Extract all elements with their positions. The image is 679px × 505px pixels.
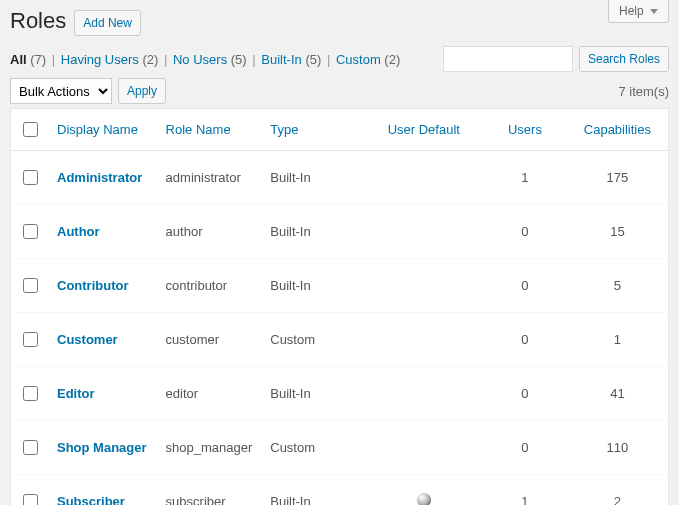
filter-no-count: (5) bbox=[231, 52, 247, 67]
help-label: Help bbox=[619, 4, 644, 18]
row-checkbox[interactable] bbox=[23, 170, 38, 185]
role-type-cell: Built-In bbox=[262, 367, 364, 421]
role-name-cell: subscriber bbox=[158, 475, 263, 506]
role-display-link[interactable]: Customer bbox=[57, 332, 118, 347]
users-cell: 0 bbox=[483, 259, 567, 313]
filter-having-count: (2) bbox=[142, 52, 158, 67]
row-checkbox[interactable] bbox=[23, 494, 38, 505]
col-user-default[interactable]: User Default bbox=[365, 109, 484, 151]
table-row: AuthorauthorBuilt-In015 bbox=[11, 205, 669, 259]
role-type-cell: Custom bbox=[262, 421, 364, 475]
filter-all-count: (7) bbox=[30, 52, 46, 67]
bulk-actions-select[interactable]: Bulk Actions bbox=[10, 78, 112, 104]
col-display-name[interactable]: Display Name bbox=[49, 109, 158, 151]
caps-cell: 15 bbox=[567, 205, 669, 259]
table-row: CustomercustomerCustom01 bbox=[11, 313, 669, 367]
role-type-cell: Built-In bbox=[262, 205, 364, 259]
caps-cell: 2 bbox=[567, 475, 669, 506]
table-row: EditoreditorBuilt-In041 bbox=[11, 367, 669, 421]
roles-table: Display Name Role Name Type User Default… bbox=[10, 108, 669, 505]
add-new-button[interactable]: Add New bbox=[74, 10, 141, 36]
col-users[interactable]: Users bbox=[483, 109, 567, 151]
filter-builtin-count: (5) bbox=[305, 52, 321, 67]
filter-custom-count: (2) bbox=[384, 52, 400, 67]
caps-cell: 110 bbox=[567, 421, 669, 475]
role-name-cell: customer bbox=[158, 313, 263, 367]
caps-cell: 5 bbox=[567, 259, 669, 313]
role-name-cell: contributor bbox=[158, 259, 263, 313]
col-role-name[interactable]: Role Name bbox=[158, 109, 263, 151]
user-default-cell bbox=[365, 367, 484, 421]
chevron-down-icon bbox=[650, 9, 658, 14]
users-cell: 0 bbox=[483, 367, 567, 421]
col-type[interactable]: Type bbox=[262, 109, 364, 151]
row-checkbox[interactable] bbox=[23, 440, 38, 455]
user-default-cell bbox=[365, 421, 484, 475]
filter-no-users[interactable]: No Users bbox=[173, 52, 227, 67]
items-count: 7 item(s) bbox=[618, 84, 669, 99]
user-default-cell bbox=[365, 259, 484, 313]
filter-custom[interactable]: Custom bbox=[336, 52, 381, 67]
role-name-cell: author bbox=[158, 205, 263, 259]
search-input[interactable] bbox=[443, 46, 573, 72]
user-default-cell bbox=[365, 205, 484, 259]
role-display-link[interactable]: Administrator bbox=[57, 170, 142, 185]
filter-builtin[interactable]: Built-In bbox=[261, 52, 301, 67]
caps-cell: 1 bbox=[567, 313, 669, 367]
role-display-link[interactable]: Subscriber bbox=[57, 494, 125, 505]
role-display-link[interactable]: Author bbox=[57, 224, 100, 239]
role-name-cell: editor bbox=[158, 367, 263, 421]
filter-all[interactable]: All bbox=[10, 52, 27, 67]
user-default-cell bbox=[365, 151, 484, 205]
user-default-cell bbox=[365, 475, 484, 506]
page-title: Roles bbox=[10, 8, 66, 34]
row-checkbox[interactable] bbox=[23, 332, 38, 347]
table-row: ContributorcontributorBuilt-In05 bbox=[11, 259, 669, 313]
users-cell: 1 bbox=[483, 475, 567, 506]
role-display-link[interactable]: Contributor bbox=[57, 278, 128, 293]
row-checkbox[interactable] bbox=[23, 224, 38, 239]
role-display-link[interactable]: Shop Manager bbox=[57, 440, 147, 455]
table-row: Shop Managershop_managerCustom0110 bbox=[11, 421, 669, 475]
users-cell: 0 bbox=[483, 313, 567, 367]
role-type-cell: Built-In bbox=[262, 151, 364, 205]
role-display-link[interactable]: Editor bbox=[57, 386, 95, 401]
role-type-cell: Built-In bbox=[262, 475, 364, 506]
help-button[interactable]: Help bbox=[608, 0, 669, 23]
caps-cell: 175 bbox=[567, 151, 669, 205]
role-name-cell: administrator bbox=[158, 151, 263, 205]
apply-button[interactable]: Apply bbox=[118, 78, 166, 104]
search-button[interactable]: Search Roles bbox=[579, 46, 669, 72]
col-capabilities[interactable]: Capabilities bbox=[567, 109, 669, 151]
default-icon bbox=[417, 493, 431, 505]
filter-links: All (7) | Having Users (2) | No Users (5… bbox=[10, 52, 400, 67]
table-row: AdministratoradministratorBuilt-In1175 bbox=[11, 151, 669, 205]
users-cell: 0 bbox=[483, 205, 567, 259]
row-checkbox[interactable] bbox=[23, 386, 38, 401]
role-name-cell: shop_manager bbox=[158, 421, 263, 475]
user-default-cell bbox=[365, 313, 484, 367]
caps-cell: 41 bbox=[567, 367, 669, 421]
row-checkbox[interactable] bbox=[23, 278, 38, 293]
filter-having-users[interactable]: Having Users bbox=[61, 52, 139, 67]
table-row: SubscribersubscriberBuilt-In12 bbox=[11, 475, 669, 506]
users-cell: 0 bbox=[483, 421, 567, 475]
role-type-cell: Custom bbox=[262, 313, 364, 367]
select-all-top[interactable] bbox=[23, 122, 38, 137]
role-type-cell: Built-In bbox=[262, 259, 364, 313]
users-cell: 1 bbox=[483, 151, 567, 205]
